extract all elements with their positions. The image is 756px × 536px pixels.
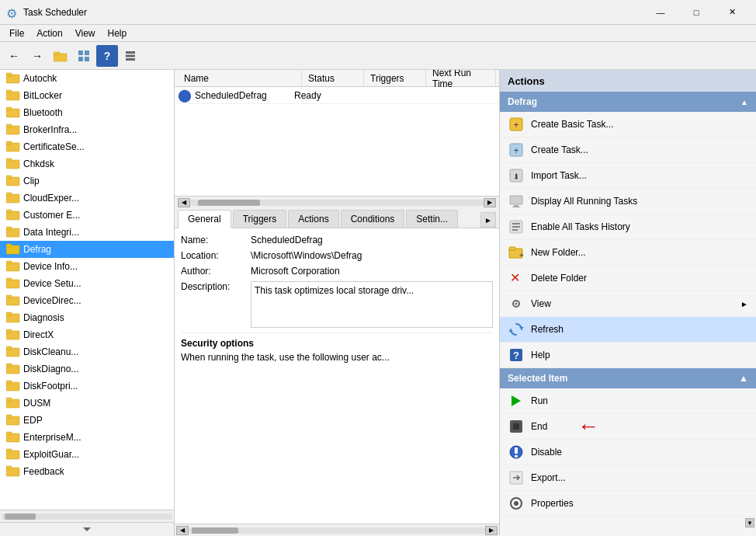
tree-item[interactable]: BrokerInfra... xyxy=(0,121,174,138)
action-new-folder[interactable]: + New Folder... xyxy=(500,240,756,266)
action-delete-folder[interactable]: ✕ Delete Folder xyxy=(500,266,756,291)
hscroll-track[interactable] xyxy=(190,200,484,206)
tree-item[interactable]: Chkdsk xyxy=(0,155,174,172)
svg-rect-16 xyxy=(6,124,12,127)
tree-item[interactable]: ExploitGuar... xyxy=(0,446,174,463)
action-import[interactable]: ⬇ Import Task... xyxy=(500,163,756,189)
tree-item[interactable]: Bluetooth xyxy=(0,104,174,121)
tab-general[interactable]: General xyxy=(178,210,231,228)
tree-item-label: Defrag xyxy=(23,244,51,255)
svg-rect-2 xyxy=(78,50,83,55)
tree-item[interactable]: Device Info... xyxy=(0,258,174,275)
tree-item[interactable]: DiskCleanu... xyxy=(0,343,174,360)
col-next-run[interactable]: Next Run Time xyxy=(426,70,496,86)
tab-nav-right[interactable]: ► xyxy=(480,212,496,228)
tree-item[interactable]: DiskDiagno... xyxy=(0,360,174,378)
col-name[interactable]: Name xyxy=(178,70,302,86)
tab-actions[interactable]: Actions xyxy=(288,210,338,228)
new-folder-label: New Folder... xyxy=(531,247,586,258)
task-list-body[interactable]: ⬤ ScheduledDefrag Ready xyxy=(175,87,499,196)
action-refresh[interactable]: Refresh xyxy=(500,317,756,343)
col-status[interactable]: Status xyxy=(302,70,364,86)
tab-triggers[interactable]: Triggers xyxy=(233,210,287,228)
tree-item-label: Diagnosis xyxy=(23,312,64,323)
menu-action[interactable]: Action xyxy=(30,26,68,40)
center-scroll-left[interactable]: ◀ xyxy=(176,526,189,535)
minimize-button[interactable]: — xyxy=(643,0,678,25)
tree-item[interactable]: Data Integri... xyxy=(0,224,174,241)
right-scroll-down[interactable]: ▼ xyxy=(745,518,754,527)
action-enable-history[interactable]: Enable All Tasks History xyxy=(500,214,756,240)
tree-item[interactable]: Diagnosis xyxy=(0,309,174,326)
tree-item[interactable]: EDP xyxy=(0,412,174,429)
tree-item[interactable]: EnterpriseM... xyxy=(0,429,174,446)
action-export[interactable]: Export... xyxy=(500,465,756,491)
action-display-running[interactable]: Display All Running Tasks xyxy=(500,189,756,214)
forward-button[interactable]: → xyxy=(26,45,48,67)
author-value: Microsoft Corporation xyxy=(251,266,493,277)
col-triggers[interactable]: Triggers xyxy=(364,70,426,86)
svg-text:+: + xyxy=(513,120,518,131)
menu-toolbar-button[interactable] xyxy=(120,45,141,67)
selected-collapse-btn[interactable]: ▲ xyxy=(739,373,748,384)
tree-item[interactable]: Customer E... xyxy=(0,207,174,224)
tree-item[interactable]: Defrag xyxy=(0,241,174,258)
action-properties[interactable]: Properties xyxy=(500,491,756,517)
svg-rect-38 xyxy=(6,312,12,315)
menu-view[interactable]: View xyxy=(69,26,102,40)
defrag-collapse-btn[interactable]: ▲ xyxy=(740,98,748,106)
action-run[interactable]: Run xyxy=(500,388,756,414)
tree-expand-btn[interactable] xyxy=(0,522,174,536)
svg-rect-30 xyxy=(6,244,12,247)
hscroll-thumb[interactable] xyxy=(198,200,260,206)
disable-icon xyxy=(508,444,525,461)
tree-item[interactable]: Clip xyxy=(0,172,174,190)
tree-item[interactable]: Autochk xyxy=(0,70,174,87)
svg-rect-24 xyxy=(6,193,12,196)
svg-rect-14 xyxy=(6,107,12,110)
help-toolbar-button[interactable]: ? xyxy=(96,45,118,67)
scroll-right-btn[interactable]: ▶ xyxy=(484,198,496,207)
name-label: Name: xyxy=(181,235,251,245)
selected-section-header: Selected Item ▲ xyxy=(500,368,756,388)
main-content: Autochk BitLocker Bluetooth BrokerInfra.… xyxy=(0,70,756,536)
action-view[interactable]: View ► xyxy=(500,291,756,317)
tree-item[interactable]: CertificateSe... xyxy=(0,138,174,155)
action-create-basic[interactable]: + Create Basic Task... xyxy=(500,112,756,137)
import-label: Import Task... xyxy=(531,170,587,181)
action-create[interactable]: + Create Task... xyxy=(500,137,756,163)
tree-container[interactable]: Autochk BitLocker Bluetooth BrokerInfra.… xyxy=(0,70,174,510)
task-list-hscroll[interactable]: ◀ ▶ xyxy=(175,196,499,208)
tab-conditions[interactable]: Conditions xyxy=(341,210,405,228)
tab-settings[interactable]: Settin... xyxy=(406,210,458,228)
tree-item[interactable]: Device Setu... xyxy=(0,275,174,292)
action-end[interactable]: End ← xyxy=(500,414,756,440)
maximize-button[interactable]: □ xyxy=(678,0,714,25)
menu-file[interactable]: File xyxy=(3,26,30,40)
tree-item[interactable]: DUSM xyxy=(0,395,174,412)
svg-rect-6 xyxy=(126,51,135,54)
scroll-left-btn[interactable]: ◀ xyxy=(178,198,190,207)
center-scroll-right[interactable]: ▶ xyxy=(485,526,498,535)
tree-hscroll[interactable] xyxy=(0,510,174,522)
tree-item[interactable]: DirectX xyxy=(0,326,174,343)
tree-item[interactable]: DiskFootpri... xyxy=(0,378,174,395)
menu-help[interactable]: Help xyxy=(102,26,134,40)
tree-item[interactable]: CloudExper... xyxy=(0,190,174,207)
center-hscroll[interactable]: ◀ ▶ xyxy=(175,524,499,536)
table-row[interactable]: ⬤ ScheduledDefrag Ready xyxy=(175,87,499,104)
grid-button[interactable] xyxy=(73,45,95,67)
action-help[interactable]: ? Help xyxy=(500,343,756,368)
back-button[interactable]: ← xyxy=(3,45,25,67)
tree-item[interactable]: Feedback xyxy=(0,463,174,480)
tree-item[interactable]: DeviceDirec... xyxy=(0,292,174,309)
app-title: Task Scheduler xyxy=(23,7,643,18)
tree-item-label: Chkdsk xyxy=(23,158,54,169)
close-button[interactable]: ✕ xyxy=(714,0,750,25)
folder-button[interactable] xyxy=(50,45,71,67)
svg-rect-54 xyxy=(6,449,12,452)
menubar: File Action View Help xyxy=(0,25,756,42)
action-disable[interactable]: Disable xyxy=(500,440,756,465)
tree-item[interactable]: BitLocker xyxy=(0,87,174,104)
delete-folder-label: Delete Folder xyxy=(531,273,587,284)
